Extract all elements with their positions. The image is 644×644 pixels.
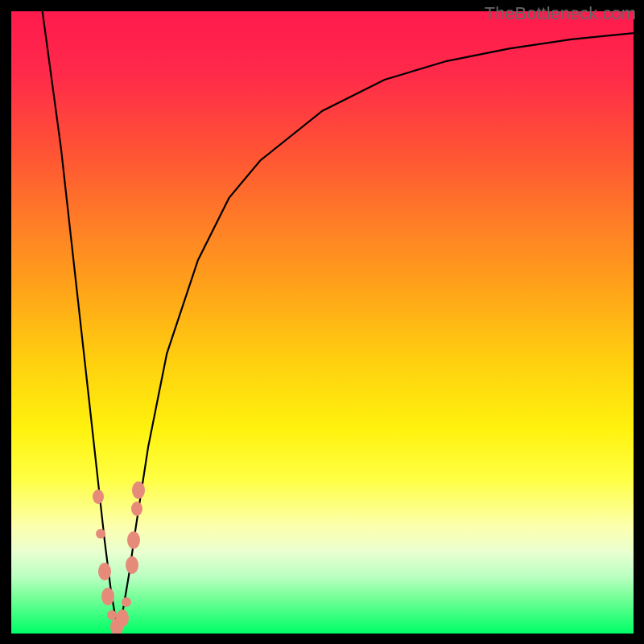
- curve-marker: [93, 489, 104, 504]
- curve-marker: [126, 556, 138, 574]
- curve-marker: [98, 563, 111, 580]
- curve-marker: [101, 588, 114, 605]
- curve-marker: [116, 609, 129, 627]
- watermark-text: TheBottleneck.com: [485, 3, 636, 24]
- curve-marker: [96, 529, 105, 539]
- curve-marker: [122, 597, 131, 607]
- curve-marker: [127, 531, 140, 549]
- curve-marker: [132, 481, 145, 499]
- bottleneck-curve: [11, 11, 634, 634]
- chart-plot-area: [11, 11, 634, 634]
- curve-marker: [131, 502, 142, 516]
